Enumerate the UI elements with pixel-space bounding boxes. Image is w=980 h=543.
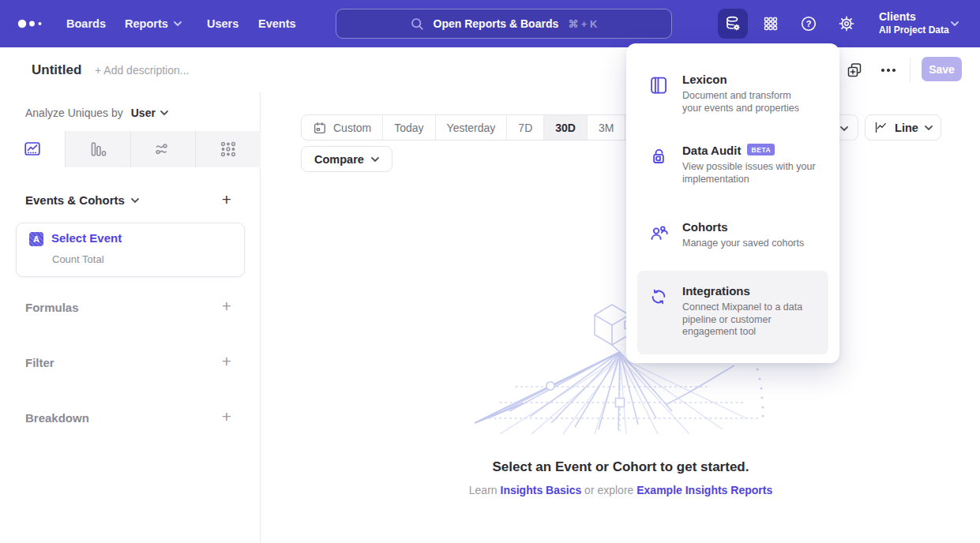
date-range-7d[interactable]: 7D [507, 115, 544, 140]
add-filter-button[interactable]: + [218, 354, 235, 371]
date-range-control: Custom Today Yesterday 7D 30D 3M 6M [301, 114, 637, 140]
date-range-yesterday[interactable]: Yesterday [436, 115, 508, 140]
search-placeholder: Open Reports & Boards [434, 17, 559, 30]
filter-label: Filter [25, 356, 54, 369]
grid-icon [761, 14, 780, 33]
or-explore-text: or explore [581, 484, 636, 496]
svg-text:?: ? [806, 19, 812, 28]
query-builder-sidebar: Analyze Uniques by User [0, 92, 261, 543]
empty-state-title: Select an Event or Cohort to get started… [261, 459, 980, 475]
chevron-down-icon [925, 125, 933, 130]
insights-basics-link[interactable]: Insights Basics [501, 484, 582, 496]
chevron-down-icon [951, 21, 959, 26]
ellipsis-icon [881, 69, 896, 72]
tab-flow-chart[interactable] [131, 131, 197, 167]
menu-item-title: Lexicon [682, 73, 727, 86]
date-range-30d[interactable]: 30D [544, 115, 588, 140]
menu-item-cohorts[interactable]: Cohorts Manage your saved cohorts [637, 211, 828, 260]
nav-users[interactable]: Users [207, 0, 238, 47]
nav-users-label: Users [207, 17, 238, 30]
date-range-today[interactable]: Today [383, 115, 435, 140]
date-range-label: 30D [555, 122, 576, 134]
add-description-field[interactable]: + Add description... [95, 64, 189, 77]
date-range-label: 7D [518, 122, 532, 134]
tab-line-chart[interactable] [0, 131, 66, 167]
beta-badge: BETA [747, 144, 775, 155]
example-insights-reports-link[interactable]: Example Insights Reports [636, 484, 772, 496]
menu-item-description: View possible issues with your implement… [682, 161, 819, 185]
dots-grid-icon [219, 140, 238, 159]
bar-chart-icon [88, 140, 107, 159]
nav-reports[interactable]: Reports [125, 0, 182, 47]
data-management-button[interactable] [718, 9, 748, 39]
learn-prefix: Learn [469, 484, 501, 496]
menu-item-description: Manage your saved cohorts [682, 238, 804, 250]
chevron-down-icon [174, 21, 182, 26]
events-cohorts-label: Events & Cohorts [25, 193, 125, 207]
data-management-menu: Lexicon Document and transform your even… [626, 43, 839, 363]
help-button[interactable]: ? [794, 9, 824, 39]
compare-label: Compare [314, 153, 364, 166]
calendar-icon [313, 121, 327, 135]
search-shortcut: ⌘ + K [568, 18, 597, 30]
date-range-label: 3M [599, 122, 614, 134]
nav-boards-label: Boards [66, 17, 106, 30]
gear-icon [837, 14, 856, 33]
chart-type-tabbar [0, 131, 261, 167]
more-options-button[interactable] [878, 60, 899, 81]
menu-item-description: Connect Mixpanel to a data pipeline or c… [682, 301, 809, 339]
select-event-dropdown[interactable]: Select Event [51, 231, 122, 245]
date-range-3m[interactable]: 3M [588, 115, 625, 140]
apps-grid-button[interactable] [756, 9, 786, 39]
nav-events-label: Events [258, 17, 296, 30]
duplicate-button[interactable] [844, 60, 865, 81]
events-cohorts-section-toggle[interactable]: Events & Cohorts [25, 193, 139, 207]
report-title[interactable]: Untitled [32, 62, 81, 78]
menu-item-lexicon[interactable]: Lexicon Document and transform your even… [637, 63, 828, 124]
header-divider [910, 58, 911, 82]
save-button[interactable]: Save [922, 57, 962, 81]
chart-style-label: Line [895, 122, 918, 134]
nav-boards[interactable]: Boards [66, 0, 106, 47]
add-breakdown-button[interactable]: + [218, 409, 235, 426]
lock-audit-icon [648, 146, 669, 167]
nav-events[interactable]: Events [258, 0, 296, 47]
breakdown-label: Breakdown [25, 411, 89, 425]
aggregation-dropdown[interactable]: Count Total [52, 253, 104, 265]
global-search-input[interactable]: Open Reports & Boards ⌘ + K [336, 9, 672, 39]
menu-item-data-audit[interactable]: Data Audit BETA View possible issues wit… [637, 134, 828, 195]
event-card[interactable]: A Select Event Count Total [16, 223, 245, 277]
add-event-button[interactable]: + [218, 192, 235, 209]
formulas-label: Formulas [25, 301, 79, 314]
add-formula-button[interactable]: + [218, 298, 235, 316]
project-switcher[interactable]: Clients All Project Data [879, 9, 949, 37]
analyze-entity-value: User [131, 107, 156, 119]
menu-item-description: Document and transform your events and p… [682, 90, 802, 114]
analyze-entity-dropdown[interactable]: User [131, 107, 168, 119]
line-chart-icon [873, 120, 888, 135]
event-series-badge: A [29, 232, 43, 246]
book-icon [648, 75, 669, 95]
menu-item-title: Integrations [682, 284, 750, 298]
settings-button[interactable] [832, 9, 862, 39]
nav-reports-label: Reports [125, 17, 168, 30]
sync-icon [648, 286, 669, 307]
project-scope: All Project Data [879, 24, 949, 37]
chart-style-dropdown[interactable]: Line [865, 114, 941, 140]
date-range-label: Yesterday [447, 122, 496, 134]
chevron-down-icon [371, 157, 379, 162]
flow-icon [153, 140, 172, 159]
chevron-down-icon [131, 198, 139, 203]
empty-state-links: Learn Insights Basics or explore Example… [261, 484, 980, 496]
date-range-custom[interactable]: Custom [302, 115, 383, 140]
mixpanel-logo-icon[interactable] [17, 17, 43, 30]
tab-bar-chart[interactable] [66, 131, 131, 167]
tab-metric-grid[interactable] [196, 131, 261, 167]
chevron-down-icon [840, 126, 848, 131]
menu-item-integrations[interactable]: Integrations Connect Mixpanel to a data … [637, 271, 828, 354]
menu-item-title: Cohorts [682, 220, 728, 234]
compare-button[interactable]: Compare [301, 146, 392, 172]
analyze-label: Analyze Uniques by [25, 107, 123, 119]
top-navbar: Boards Reports Users Events Open Reports… [0, 0, 980, 47]
date-range-label: Custom [333, 122, 371, 134]
